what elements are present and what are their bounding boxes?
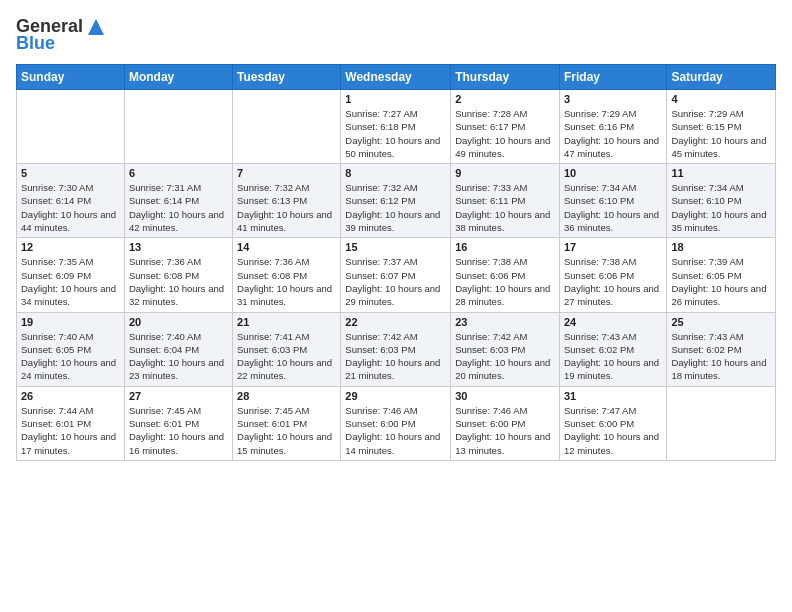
day-number: 15 <box>345 241 446 253</box>
day-number: 29 <box>345 390 446 402</box>
day-info: Sunrise: 7:43 AM Sunset: 6:02 PM Dayligh… <box>564 330 662 383</box>
page-header: General Blue <box>16 16 776 54</box>
day-info: Sunrise: 7:45 AM Sunset: 6:01 PM Dayligh… <box>129 404 228 457</box>
logo-blue: Blue <box>16 33 55 54</box>
calendar-day-cell <box>233 90 341 164</box>
day-info: Sunrise: 7:42 AM Sunset: 6:03 PM Dayligh… <box>345 330 446 383</box>
calendar-day-cell: 25Sunrise: 7:43 AM Sunset: 6:02 PM Dayli… <box>667 312 776 386</box>
day-info: Sunrise: 7:38 AM Sunset: 6:06 PM Dayligh… <box>455 255 555 308</box>
day-info: Sunrise: 7:40 AM Sunset: 6:05 PM Dayligh… <box>21 330 120 383</box>
logo: General Blue <box>16 16 106 54</box>
calendar-day-cell: 2Sunrise: 7:28 AM Sunset: 6:17 PM Daylig… <box>451 90 560 164</box>
calendar-day-cell: 26Sunrise: 7:44 AM Sunset: 6:01 PM Dayli… <box>17 386 125 460</box>
day-info: Sunrise: 7:40 AM Sunset: 6:04 PM Dayligh… <box>129 330 228 383</box>
day-info: Sunrise: 7:35 AM Sunset: 6:09 PM Dayligh… <box>21 255 120 308</box>
day-number: 26 <box>21 390 120 402</box>
day-number: 18 <box>671 241 771 253</box>
calendar-day-cell <box>667 386 776 460</box>
day-number: 16 <box>455 241 555 253</box>
day-number: 22 <box>345 316 446 328</box>
day-number: 5 <box>21 167 120 179</box>
day-info: Sunrise: 7:32 AM Sunset: 6:13 PM Dayligh… <box>237 181 336 234</box>
calendar-day-cell: 13Sunrise: 7:36 AM Sunset: 6:08 PM Dayli… <box>124 238 232 312</box>
day-of-week-header: Friday <box>559 65 666 90</box>
calendar-table: SundayMondayTuesdayWednesdayThursdayFrid… <box>16 64 776 461</box>
calendar-day-cell: 8Sunrise: 7:32 AM Sunset: 6:12 PM Daylig… <box>341 164 451 238</box>
day-info: Sunrise: 7:39 AM Sunset: 6:05 PM Dayligh… <box>671 255 771 308</box>
calendar-week-row: 19Sunrise: 7:40 AM Sunset: 6:05 PM Dayli… <box>17 312 776 386</box>
calendar-day-cell: 22Sunrise: 7:42 AM Sunset: 6:03 PM Dayli… <box>341 312 451 386</box>
calendar-day-cell: 12Sunrise: 7:35 AM Sunset: 6:09 PM Dayli… <box>17 238 125 312</box>
calendar-day-cell: 31Sunrise: 7:47 AM Sunset: 6:00 PM Dayli… <box>559 386 666 460</box>
calendar-day-cell: 27Sunrise: 7:45 AM Sunset: 6:01 PM Dayli… <box>124 386 232 460</box>
calendar-week-row: 12Sunrise: 7:35 AM Sunset: 6:09 PM Dayli… <box>17 238 776 312</box>
day-of-week-header: Saturday <box>667 65 776 90</box>
day-of-week-header: Thursday <box>451 65 560 90</box>
calendar-day-cell: 29Sunrise: 7:46 AM Sunset: 6:00 PM Dayli… <box>341 386 451 460</box>
day-number: 12 <box>21 241 120 253</box>
day-number: 19 <box>21 316 120 328</box>
day-number: 31 <box>564 390 662 402</box>
day-number: 9 <box>455 167 555 179</box>
calendar-day-cell: 1Sunrise: 7:27 AM Sunset: 6:18 PM Daylig… <box>341 90 451 164</box>
day-number: 10 <box>564 167 662 179</box>
calendar-day-cell: 16Sunrise: 7:38 AM Sunset: 6:06 PM Dayli… <box>451 238 560 312</box>
day-info: Sunrise: 7:41 AM Sunset: 6:03 PM Dayligh… <box>237 330 336 383</box>
day-number: 23 <box>455 316 555 328</box>
calendar-day-cell: 9Sunrise: 7:33 AM Sunset: 6:11 PM Daylig… <box>451 164 560 238</box>
day-number: 28 <box>237 390 336 402</box>
day-info: Sunrise: 7:34 AM Sunset: 6:10 PM Dayligh… <box>671 181 771 234</box>
day-info: Sunrise: 7:31 AM Sunset: 6:14 PM Dayligh… <box>129 181 228 234</box>
day-info: Sunrise: 7:33 AM Sunset: 6:11 PM Dayligh… <box>455 181 555 234</box>
calendar-day-cell: 30Sunrise: 7:46 AM Sunset: 6:00 PM Dayli… <box>451 386 560 460</box>
day-number: 14 <box>237 241 336 253</box>
day-of-week-header: Monday <box>124 65 232 90</box>
day-info: Sunrise: 7:27 AM Sunset: 6:18 PM Dayligh… <box>345 107 446 160</box>
day-number: 24 <box>564 316 662 328</box>
day-number: 11 <box>671 167 771 179</box>
day-number: 1 <box>345 93 446 105</box>
calendar-day-cell: 19Sunrise: 7:40 AM Sunset: 6:05 PM Dayli… <box>17 312 125 386</box>
calendar-day-cell: 17Sunrise: 7:38 AM Sunset: 6:06 PM Dayli… <box>559 238 666 312</box>
calendar-day-cell: 14Sunrise: 7:36 AM Sunset: 6:08 PM Dayli… <box>233 238 341 312</box>
day-number: 6 <box>129 167 228 179</box>
day-info: Sunrise: 7:47 AM Sunset: 6:00 PM Dayligh… <box>564 404 662 457</box>
day-number: 7 <box>237 167 336 179</box>
calendar-day-cell: 7Sunrise: 7:32 AM Sunset: 6:13 PM Daylig… <box>233 164 341 238</box>
calendar-day-cell: 6Sunrise: 7:31 AM Sunset: 6:14 PM Daylig… <box>124 164 232 238</box>
day-info: Sunrise: 7:38 AM Sunset: 6:06 PM Dayligh… <box>564 255 662 308</box>
day-info: Sunrise: 7:36 AM Sunset: 6:08 PM Dayligh… <box>237 255 336 308</box>
svg-marker-0 <box>88 19 104 35</box>
calendar-week-row: 5Sunrise: 7:30 AM Sunset: 6:14 PM Daylig… <box>17 164 776 238</box>
day-info: Sunrise: 7:46 AM Sunset: 6:00 PM Dayligh… <box>345 404 446 457</box>
calendar-day-cell: 18Sunrise: 7:39 AM Sunset: 6:05 PM Dayli… <box>667 238 776 312</box>
calendar-day-cell <box>124 90 232 164</box>
day-info: Sunrise: 7:34 AM Sunset: 6:10 PM Dayligh… <box>564 181 662 234</box>
calendar-day-cell: 28Sunrise: 7:45 AM Sunset: 6:01 PM Dayli… <box>233 386 341 460</box>
calendar-day-cell: 5Sunrise: 7:30 AM Sunset: 6:14 PM Daylig… <box>17 164 125 238</box>
day-number: 4 <box>671 93 771 105</box>
day-info: Sunrise: 7:37 AM Sunset: 6:07 PM Dayligh… <box>345 255 446 308</box>
calendar-day-cell: 21Sunrise: 7:41 AM Sunset: 6:03 PM Dayli… <box>233 312 341 386</box>
calendar-day-cell: 3Sunrise: 7:29 AM Sunset: 6:16 PM Daylig… <box>559 90 666 164</box>
day-info: Sunrise: 7:30 AM Sunset: 6:14 PM Dayligh… <box>21 181 120 234</box>
calendar-day-cell: 15Sunrise: 7:37 AM Sunset: 6:07 PM Dayli… <box>341 238 451 312</box>
day-number: 30 <box>455 390 555 402</box>
day-info: Sunrise: 7:28 AM Sunset: 6:17 PM Dayligh… <box>455 107 555 160</box>
day-number: 2 <box>455 93 555 105</box>
calendar-day-cell: 10Sunrise: 7:34 AM Sunset: 6:10 PM Dayli… <box>559 164 666 238</box>
day-info: Sunrise: 7:44 AM Sunset: 6:01 PM Dayligh… <box>21 404 120 457</box>
calendar-day-cell: 23Sunrise: 7:42 AM Sunset: 6:03 PM Dayli… <box>451 312 560 386</box>
calendar-day-cell: 20Sunrise: 7:40 AM Sunset: 6:04 PM Dayli… <box>124 312 232 386</box>
day-number: 17 <box>564 241 662 253</box>
day-info: Sunrise: 7:29 AM Sunset: 6:15 PM Dayligh… <box>671 107 771 160</box>
day-number: 25 <box>671 316 771 328</box>
day-number: 13 <box>129 241 228 253</box>
calendar-day-cell <box>17 90 125 164</box>
calendar-day-cell: 4Sunrise: 7:29 AM Sunset: 6:15 PM Daylig… <box>667 90 776 164</box>
calendar-week-row: 26Sunrise: 7:44 AM Sunset: 6:01 PM Dayli… <box>17 386 776 460</box>
day-of-week-header: Tuesday <box>233 65 341 90</box>
day-number: 3 <box>564 93 662 105</box>
day-number: 8 <box>345 167 446 179</box>
day-info: Sunrise: 7:32 AM Sunset: 6:12 PM Dayligh… <box>345 181 446 234</box>
